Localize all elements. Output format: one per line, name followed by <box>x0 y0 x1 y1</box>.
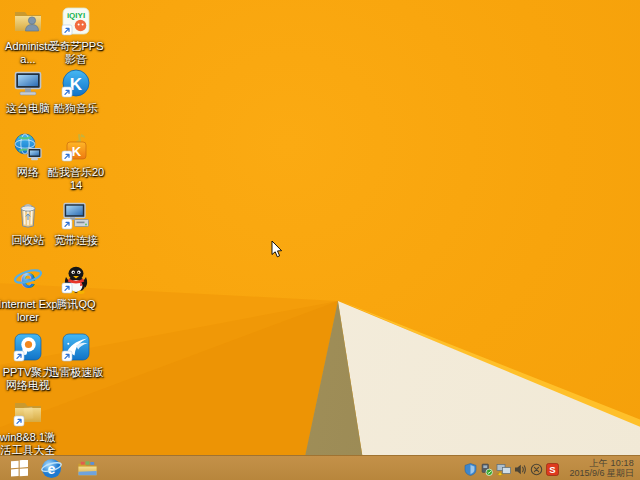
svg-text:S: S <box>549 464 555 475</box>
internet-explorer-icon: e <box>41 458 62 479</box>
desktop-icon-kugou[interactable]: K 酷狗音乐 <box>46 67 106 115</box>
start-button[interactable] <box>6 456 32 480</box>
desktop-icon-label: 酷狗音乐 <box>54 102 98 115</box>
dialup-network-tray-icon[interactable] <box>496 462 512 475</box>
desktop[interactable]: Administra... iQIYI 爱奇艺PPS 影音 这台电脑 <box>0 0 640 480</box>
desktop-icon-label: win8&8.1激活工具大全 <box>0 431 58 457</box>
taskbar-clock[interactable]: 上午 10:18 2015/9/6 星期日 <box>558 458 637 478</box>
file-explorer-icon <box>77 458 98 479</box>
device-safely-remove-tray-icon[interactable] <box>480 462 493 475</box>
taskbar-file-explorer-button[interactable] <box>74 456 100 480</box>
security-shield-tray-icon[interactable] <box>464 462 477 475</box>
internet-explorer-icon: e <box>12 263 44 295</box>
desktop-icon-label: 网络 <box>17 166 39 179</box>
desktop-icon-win8-tools[interactable]: win8&8.1激活工具大全 <box>0 396 58 457</box>
desktop-icon-label: 迅雷极速版 <box>49 366 104 379</box>
kuwo-music-icon: K <box>60 131 92 163</box>
mouse-cursor <box>271 241 283 259</box>
desktop-icon-broadband[interactable]: 宽带连接 <box>46 199 106 247</box>
kugou-music-icon: K <box>60 67 92 99</box>
taskbar: e <box>0 455 640 480</box>
tencent-qq-penguin-icon <box>60 263 92 295</box>
recycle-bin-icon <box>12 199 44 231</box>
clock-date: 2015/9/6 星期日 <box>558 468 634 478</box>
desktop-icon-xunlei[interactable]: 迅雷极速版 <box>46 331 106 379</box>
desktop-icon-iqiyi-pps[interactable]: iQIYI 爱奇艺PPS 影音 <box>46 5 106 66</box>
desktop-icon-label: 宽带连接 <box>54 234 98 247</box>
broadband-connection-icon <box>60 199 92 231</box>
svg-text:iQIYI: iQIYI <box>67 11 85 20</box>
desktop-icon-label: 回收站 <box>12 234 45 247</box>
desktop-icon-label: 这台电脑 <box>6 102 50 115</box>
xunlei-bird-icon <box>60 331 92 363</box>
computer-icon <box>12 67 44 99</box>
desktop-icon-qq[interactable]: 腾讯QQ <box>46 263 106 311</box>
volume-tray-icon[interactable] <box>514 462 527 475</box>
pptv-icon <box>12 331 44 363</box>
windows-logo-icon <box>11 460 28 477</box>
folder-icon <box>12 396 44 428</box>
iqiyi-pps-icon: iQIYI <box>60 5 92 37</box>
desktop-icon-kuwo[interactable]: K 酷我音乐2014 <box>46 131 106 192</box>
desktop-icon-label: 酷我音乐2014 <box>46 166 106 192</box>
desktop-icon-label: 爱奇艺PPS 影音 <box>46 40 106 66</box>
svg-text:K: K <box>72 144 82 159</box>
taskbar-internet-explorer-button[interactable]: e <box>38 456 64 480</box>
user-folder-icon <box>12 5 44 37</box>
clock-time: 上午 10:18 <box>558 458 634 468</box>
network-globe-icon <box>12 131 44 163</box>
desktop-icon-label: 腾讯QQ <box>56 298 95 311</box>
disconnected-tray-icon[interactable] <box>530 462 543 475</box>
